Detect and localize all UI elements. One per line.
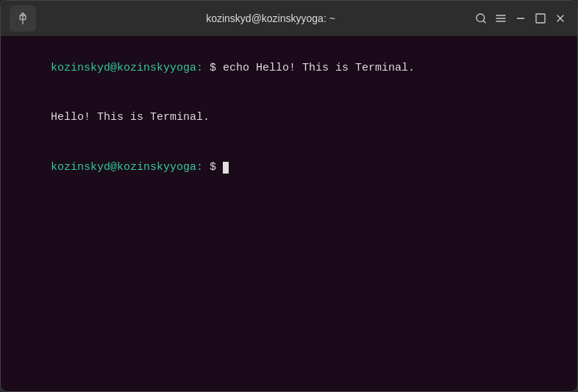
- maximize-button[interactable]: [532, 5, 549, 32]
- prompt-2: kozinskyd@kozinskyyoga:: [51, 161, 203, 174]
- svg-rect-8: [536, 14, 545, 23]
- dollar-2: $: [203, 161, 216, 174]
- titlebar-controls: [473, 5, 568, 32]
- terminal-body[interactable]: kozinskyd@kozinskyyoga: $ echo Hello! Th…: [1, 36, 577, 391]
- terminal-line-3: kozinskyd@kozinskyyoga: $: [11, 143, 567, 193]
- output-1: Hello! This is Terminal.: [51, 111, 210, 124]
- window-title: kozinskyd@kozinskyyoga: ~: [68, 13, 473, 24]
- minimize-button[interactable]: [513, 5, 529, 32]
- close-button[interactable]: [552, 5, 568, 32]
- terminal-line-1: kozinskyd@kozinskyyoga: $ echo Hello! Th…: [11, 43, 567, 93]
- command-1: echo Hello! This is Terminal.: [216, 62, 415, 74]
- svg-line-3: [484, 21, 486, 23]
- terminal-line-2: Hello! This is Terminal.: [11, 93, 567, 143]
- titlebar-left: [10, 5, 68, 32]
- menu-button[interactable]: [493, 5, 510, 32]
- prompt-1: kozinskyd@kozinskyyoga:: [51, 62, 203, 74]
- dollar-1: $: [203, 62, 216, 74]
- terminal-window: kozinskyd@kozinskyyoga: ~: [0, 0, 578, 392]
- search-button[interactable]: [473, 5, 490, 32]
- titlebar: kozinskyd@kozinskyyoga: ~: [1, 1, 577, 36]
- pin-button[interactable]: [10, 5, 36, 32]
- cursor: [223, 162, 229, 174]
